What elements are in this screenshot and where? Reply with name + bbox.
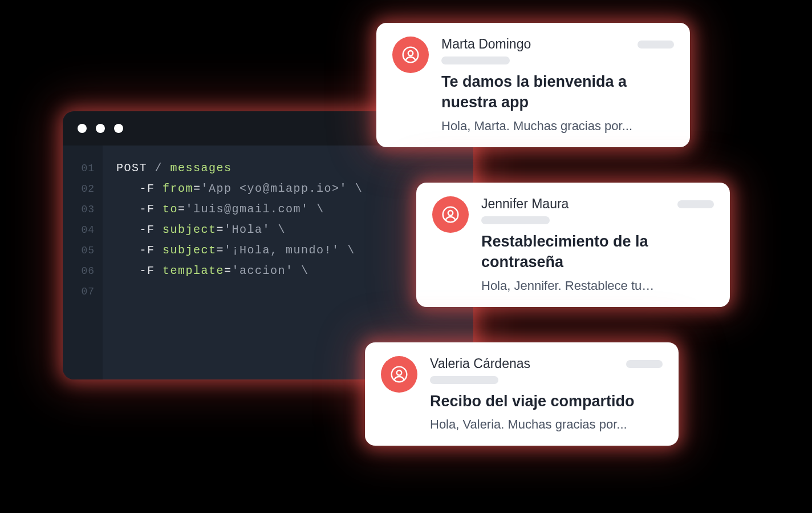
email-subject: Te damos la bienvenida a nuestra app — [441, 71, 674, 113]
email-body: Jennifer Maura Restablecimiento de la co… — [481, 196, 714, 293]
user-icon — [401, 46, 420, 64]
placeholder-bar — [430, 376, 498, 384]
http-method: POST — [116, 161, 147, 175]
line-number: 06 — [63, 261, 95, 281]
sender-name: Jennifer Maura — [481, 196, 569, 212]
flag-value: 'accion' — [232, 264, 294, 277]
line-number: 02 — [63, 179, 95, 199]
placeholder-bar — [677, 200, 714, 208]
flag-value: 'luis@gmail.com' — [186, 203, 309, 216]
svg-point-4 — [392, 367, 407, 382]
flag-prefix: -F — [140, 264, 155, 277]
line-continuation: \ — [278, 223, 286, 236]
flag-key: template — [163, 264, 224, 277]
sender-name: Valeria Cárdenas — [430, 356, 530, 371]
flag-key: to — [163, 203, 178, 216]
path-slash: / — [155, 161, 163, 175]
placeholder-bar — [626, 360, 663, 368]
email-body: Valeria Cárdenas Recibo del viaje compar… — [430, 356, 663, 432]
email-subject: Restablecimiento de la contraseña — [481, 231, 714, 273]
resource-name: messages — [170, 161, 232, 175]
flag-prefix: -F — [140, 182, 155, 195]
line-number: 01 — [63, 158, 95, 179]
flag-key: subject — [163, 244, 217, 257]
avatar — [392, 37, 429, 73]
placeholder-bar — [638, 41, 674, 49]
flag-value: 'Hola' — [224, 223, 270, 236]
sender-name: Marta Domingo — [441, 37, 531, 52]
flag-prefix: -F — [140, 203, 155, 216]
line-number: 05 — [63, 240, 95, 261]
email-card: Valeria Cárdenas Recibo del viaje compar… — [365, 342, 679, 446]
email-preview: Hola, Valeria. Muchas gracias por... — [430, 417, 663, 432]
user-icon — [441, 205, 460, 224]
avatar — [381, 356, 417, 393]
line-continuation: \ — [355, 182, 363, 195]
svg-point-3 — [448, 211, 453, 216]
line-continuation: \ — [316, 203, 324, 216]
email-subject: Recibo del viaje compartido — [430, 391, 663, 411]
user-icon — [390, 365, 408, 383]
flag-key: subject — [163, 223, 217, 236]
placeholder-bar — [481, 216, 550, 224]
flag-prefix: -F — [140, 244, 155, 257]
email-card: Marta Domingo Te damos la bienvenida a n… — [376, 23, 690, 147]
svg-point-0 — [403, 47, 419, 63]
code-terminal: 01 02 03 04 05 06 07 POST / messages -F … — [63, 111, 473, 379]
flag-value: 'App <yo@miapp.io>' — [201, 182, 348, 195]
email-card: Jennifer Maura Restablecimiento de la co… — [416, 183, 730, 307]
line-continuation: \ — [347, 244, 355, 257]
line-continuation: \ — [301, 264, 309, 277]
email-preview: Hola, Marta. Muchas gracias por... — [441, 119, 674, 134]
avatar — [432, 196, 469, 233]
email-header-row: Jennifer Maura — [481, 196, 714, 212]
flag-value: '¡Hola, mundo!' — [224, 244, 340, 257]
window-dot-icon — [96, 124, 105, 133]
window-dot-icon — [114, 124, 123, 133]
svg-point-5 — [397, 370, 402, 375]
code-block: POST / messages -F from='App <yo@miapp.i… — [103, 146, 363, 379]
svg-point-1 — [408, 51, 413, 56]
line-number-gutter: 01 02 03 04 05 06 07 — [63, 146, 103, 379]
svg-point-2 — [443, 207, 458, 223]
placeholder-bar — [441, 56, 510, 64]
line-number: 04 — [63, 220, 95, 240]
email-header-row: Valeria Cárdenas — [430, 356, 663, 371]
line-number: 07 — [63, 281, 95, 302]
email-header-row: Marta Domingo — [441, 37, 674, 52]
flag-prefix: -F — [140, 223, 155, 236]
window-dot-icon — [78, 124, 87, 133]
email-preview: Hola, Jennifer. Restablece tu… — [481, 278, 714, 293]
flag-key: from — [163, 182, 193, 195]
email-body: Marta Domingo Te damos la bienvenida a n… — [441, 37, 674, 134]
line-number: 03 — [63, 199, 95, 220]
